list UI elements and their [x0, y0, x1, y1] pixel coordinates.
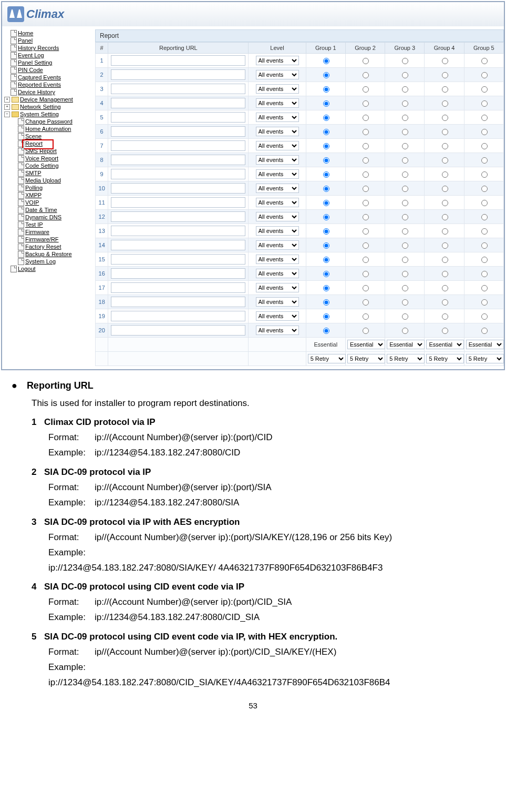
sidebar-item-home-automation[interactable]: Home Automation	[3, 125, 90, 133]
reporting-url-input[interactable]	[111, 112, 245, 123]
group3-radio[interactable]	[402, 171, 408, 178]
sidebar-item-test-ip[interactable]: Test IP	[3, 221, 90, 228]
group2-radio[interactable]	[363, 86, 369, 93]
sidebar-item-factory-reset[interactable]: Factory Reset	[3, 243, 90, 250]
group4-radio[interactable]	[442, 313, 448, 320]
group1-radio[interactable]	[323, 214, 329, 220]
group3-radio[interactable]	[402, 129, 408, 135]
group1-radio[interactable]	[323, 58, 329, 64]
group4-radio[interactable]	[442, 200, 448, 206]
group5-radio[interactable]	[481, 257, 488, 263]
group1-radio[interactable]	[323, 143, 329, 149]
group1-radio[interactable]	[323, 299, 329, 306]
sidebar-item-backup-restore[interactable]: Backup & Restore	[3, 250, 90, 258]
group5-radio[interactable]	[481, 242, 488, 249]
group5-radio[interactable]	[481, 285, 488, 291]
group5-radio[interactable]	[481, 58, 488, 64]
level-select[interactable]: All events	[256, 297, 299, 307]
group2-radio[interactable]	[363, 328, 369, 334]
group1-radio[interactable]	[323, 72, 329, 78]
group5-radio[interactable]	[481, 115, 488, 121]
group3-radio[interactable]	[402, 242, 408, 249]
group5-radio[interactable]	[481, 86, 488, 93]
group2-radio[interactable]	[363, 58, 369, 64]
sidebar-item-voip[interactable]: VOIP	[3, 199, 90, 206]
sidebar-item-voice-report[interactable]: Voice Report	[3, 155, 90, 162]
sidebar-item-device-history[interactable]: Device History	[3, 88, 90, 96]
group5-radio[interactable]	[481, 299, 488, 306]
reporting-url-input[interactable]	[111, 240, 245, 250]
group3-radio[interactable]	[402, 228, 408, 235]
group3-radio[interactable]	[402, 328, 408, 334]
group3-radio[interactable]	[402, 72, 408, 78]
reporting-url-input[interactable]	[111, 268, 245, 279]
group4-radio[interactable]	[442, 157, 448, 164]
group3-radio[interactable]	[402, 100, 408, 107]
group2-radio[interactable]	[363, 143, 369, 149]
retry-select[interactable]: 5 Retry	[308, 354, 346, 363]
level-select[interactable]: All events	[256, 269, 299, 278]
retry-select[interactable]: 5 Retry	[347, 354, 385, 363]
level-select[interactable]: All events	[256, 283, 299, 292]
sidebar-item-xmpp[interactable]: XMPP	[3, 191, 90, 199]
group2-radio[interactable]	[363, 228, 369, 235]
group1-radio[interactable]	[323, 257, 329, 263]
sidebar-item-change-password[interactable]: Change Password	[3, 118, 90, 125]
essential-select[interactable]: Essential	[426, 340, 464, 349]
group3-radio[interactable]	[402, 115, 408, 121]
group5-radio[interactable]	[481, 129, 488, 135]
group4-radio[interactable]	[442, 115, 448, 121]
level-select[interactable]: All events	[256, 255, 299, 264]
group4-radio[interactable]	[442, 285, 448, 291]
group2-radio[interactable]	[363, 100, 369, 107]
reporting-url-input[interactable]	[111, 282, 245, 293]
sidebar-item-event-log[interactable]: Event Log	[3, 52, 90, 59]
sidebar-item-home[interactable]: Home	[3, 29, 90, 37]
group3-radio[interactable]	[402, 200, 408, 206]
group5-radio[interactable]	[481, 171, 488, 178]
group2-radio[interactable]	[363, 271, 369, 277]
group4-radio[interactable]	[442, 328, 448, 334]
reporting-url-input[interactable]	[111, 226, 245, 236]
level-select[interactable]: All events	[256, 113, 299, 122]
group4-radio[interactable]	[442, 299, 448, 306]
group5-radio[interactable]	[481, 186, 488, 192]
group5-radio[interactable]	[481, 100, 488, 107]
sidebar-item-captured-events[interactable]: Captured Events	[3, 74, 90, 81]
sidebar-item-device-management[interactable]: +Device Management	[3, 96, 90, 103]
reporting-url-input[interactable]	[111, 98, 245, 108]
group4-radio[interactable]	[442, 257, 448, 263]
group4-radio[interactable]	[442, 100, 448, 107]
level-select[interactable]: All events	[256, 169, 299, 179]
group1-radio[interactable]	[323, 129, 329, 135]
group1-radio[interactable]	[323, 228, 329, 235]
sidebar-item-date-time[interactable]: Date & Time	[3, 206, 90, 214]
group1-radio[interactable]	[323, 271, 329, 277]
sidebar-item-pin-code[interactable]: PIN Code	[3, 66, 90, 74]
group2-radio[interactable]	[363, 257, 369, 263]
sidebar-item-system-log[interactable]: System Log	[3, 258, 90, 265]
sidebar-item-polling[interactable]: Polling	[3, 184, 90, 191]
group3-radio[interactable]	[402, 186, 408, 192]
sidebar-item-panel-setting[interactable]: Panel Setting	[3, 59, 90, 66]
group3-radio[interactable]	[402, 299, 408, 306]
reporting-url-input[interactable]	[111, 169, 245, 179]
level-select[interactable]: All events	[256, 326, 299, 335]
level-select[interactable]: All events	[256, 141, 299, 150]
group4-radio[interactable]	[442, 143, 448, 149]
group5-radio[interactable]	[481, 214, 488, 220]
sidebar-item-scene[interactable]: Scene	[3, 133, 90, 140]
sidebar-item-logout[interactable]: Logout	[3, 265, 90, 272]
level-select[interactable]: All events	[256, 56, 299, 65]
group1-radio[interactable]	[323, 200, 329, 206]
group4-radio[interactable]	[442, 186, 448, 192]
group5-radio[interactable]	[481, 228, 488, 235]
group4-radio[interactable]	[442, 271, 448, 277]
group5-radio[interactable]	[481, 271, 488, 277]
group5-radio[interactable]	[481, 313, 488, 320]
sidebar-item-reported-events[interactable]: Reported Events	[3, 81, 90, 88]
group4-radio[interactable]	[442, 171, 448, 178]
tree-expander-icon[interactable]: +	[4, 97, 10, 103]
group5-radio[interactable]	[481, 200, 488, 206]
group2-radio[interactable]	[363, 200, 369, 206]
